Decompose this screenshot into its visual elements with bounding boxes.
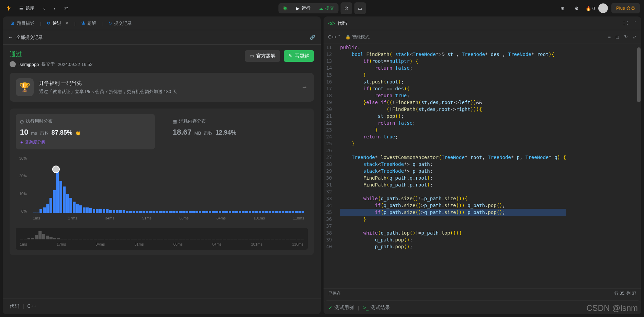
- timer-button[interactable]: ⏱: [340, 2, 352, 14]
- bar[interactable]: [119, 210, 122, 213]
- bar[interactable]: [96, 209, 99, 213]
- note-button[interactable]: ▭: [354, 2, 366, 14]
- link-icon[interactable]: 🔗: [310, 35, 315, 40]
- bar[interactable]: [245, 211, 248, 213]
- promo-banner[interactable]: 🏆 开学福利 一码当先 通过「教育认证」立享 Plus 会员 7 折优惠，更有机…: [10, 73, 314, 102]
- memory-block[interactable]: ▦消耗内存分布 18.67 MB 击败 12.94%: [169, 114, 308, 149]
- tab-pass[interactable]: ↻通过✕: [43, 18, 72, 29]
- lang-select[interactable]: C++ ˅: [328, 34, 340, 39]
- bar[interactable]: [116, 210, 118, 213]
- bar[interactable]: [106, 209, 109, 213]
- shuffle-button[interactable]: ⇄: [61, 3, 71, 14]
- bar[interactable]: [39, 209, 42, 213]
- bar[interactable]: [103, 209, 105, 213]
- write-solution-button[interactable]: ✎写题解: [284, 50, 314, 62]
- bar[interactable]: [298, 211, 301, 213]
- next-button[interactable]: ›: [50, 3, 58, 14]
- tab-description[interactable]: 🗎题目描述: [7, 18, 38, 29]
- complexity-link[interactable]: ✦复杂度分析: [20, 139, 151, 145]
- bar[interactable]: [123, 210, 125, 213]
- bar[interactable]: [242, 211, 245, 213]
- bar[interactable]: [152, 211, 155, 213]
- scroll-thumb[interactable]: [637, 47, 641, 102]
- bar[interactable]: [282, 211, 284, 213]
- settings-button[interactable]: ⚙: [571, 3, 582, 14]
- bar[interactable]: [36, 213, 39, 213]
- bar[interactable]: [139, 211, 142, 213]
- bar[interactable]: [86, 207, 89, 213]
- bar[interactable]: [109, 210, 112, 213]
- bar[interactable]: [126, 211, 128, 213]
- debug-button[interactable]: 🪲: [278, 3, 292, 13]
- tab-testcase[interactable]: ✓测试用例: [328, 305, 354, 311]
- bar[interactable]: [185, 211, 188, 213]
- official-solution-button[interactable]: ▭官方题解: [245, 50, 280, 62]
- bar[interactable]: [143, 211, 145, 213]
- user-avatar[interactable]: [598, 3, 608, 13]
- bar[interactable]: [212, 211, 215, 213]
- bar[interactable]: [83, 207, 86, 213]
- bar[interactable]: [292, 211, 294, 213]
- bar[interactable]: [129, 211, 132, 213]
- bar[interactable]: [93, 209, 95, 213]
- bar[interactable]: [33, 213, 36, 213]
- dashboard-button[interactable]: ⊞: [557, 3, 568, 14]
- bar[interactable]: [146, 211, 148, 213]
- prev-button[interactable]: ‹: [40, 3, 48, 14]
- bar[interactable]: [189, 211, 192, 213]
- bar[interactable]: [182, 211, 185, 213]
- mini-chart[interactable]: 1ms17ms34ms51ms68ms84ms101ms118ms: [16, 228, 308, 250]
- bar[interactable]: [113, 210, 115, 213]
- bar[interactable]: [63, 186, 66, 213]
- close-icon[interactable]: ✕: [65, 21, 69, 26]
- bar[interactable]: [79, 205, 82, 213]
- bar[interactable]: [222, 211, 225, 213]
- bar[interactable]: [195, 211, 198, 213]
- bar[interactable]: [219, 211, 222, 213]
- username[interactable]: lsnmjpppp: [19, 62, 39, 67]
- bar[interactable]: [249, 211, 251, 213]
- bar[interactable]: [269, 211, 271, 213]
- problem-list-button[interactable]: ☰ 题库: [16, 3, 38, 14]
- fullscreen-icon[interactable]: ⤢: [633, 34, 636, 39]
- back-button[interactable]: ←: [8, 35, 13, 40]
- bar[interactable]: [136, 211, 138, 213]
- bar[interactable]: [232, 211, 235, 213]
- bar[interactable]: [229, 211, 231, 213]
- plus-badge[interactable]: Plus 会员: [611, 3, 640, 13]
- bar[interactable]: [239, 211, 241, 213]
- expand-icon[interactable]: ⛶: [623, 21, 628, 26]
- bar[interactable]: [156, 211, 158, 213]
- bar[interactable]: [202, 211, 205, 213]
- chevron-up-icon[interactable]: ˄: [634, 21, 636, 26]
- bar[interactable]: [49, 198, 52, 213]
- leetcode-logo[interactable]: [4, 3, 14, 13]
- bar[interactable]: [176, 211, 178, 213]
- bar[interactable]: [289, 211, 291, 213]
- bar[interactable]: [73, 202, 76, 213]
- bar[interactable]: [255, 211, 258, 213]
- bar[interactable]: [169, 211, 172, 213]
- bar[interactable]: [262, 211, 264, 213]
- bar[interactable]: [275, 211, 278, 213]
- bar[interactable]: [215, 211, 218, 213]
- bar[interactable]: [133, 211, 135, 213]
- bar[interactable]: [259, 211, 261, 213]
- bar[interactable]: [295, 211, 298, 213]
- run-button[interactable]: ▶运行: [292, 3, 315, 13]
- bar[interactable]: [272, 211, 274, 213]
- reset-icon[interactable]: ↻: [624, 34, 628, 39]
- bookmark-icon[interactable]: ◻: [615, 34, 619, 39]
- bar[interactable]: [69, 198, 72, 213]
- bar[interactable]: [162, 211, 165, 213]
- time-block[interactable]: ◷执行用时分布 10 ms 击败 87.85% 👏 ✦复杂度分析: [16, 114, 155, 149]
- bar[interactable]: [99, 209, 102, 213]
- tab-solution[interactable]: ⚗题解: [78, 18, 100, 29]
- bar[interactable]: [89, 208, 92, 213]
- code-editor[interactable]: 1112131415161718192021222324252627282930…: [324, 44, 642, 288]
- bar[interactable]: [166, 211, 168, 213]
- bar[interactable]: [279, 211, 281, 213]
- bar[interactable]: [172, 211, 175, 213]
- bar[interactable]: [252, 211, 255, 213]
- bar[interactable]: [56, 171, 59, 213]
